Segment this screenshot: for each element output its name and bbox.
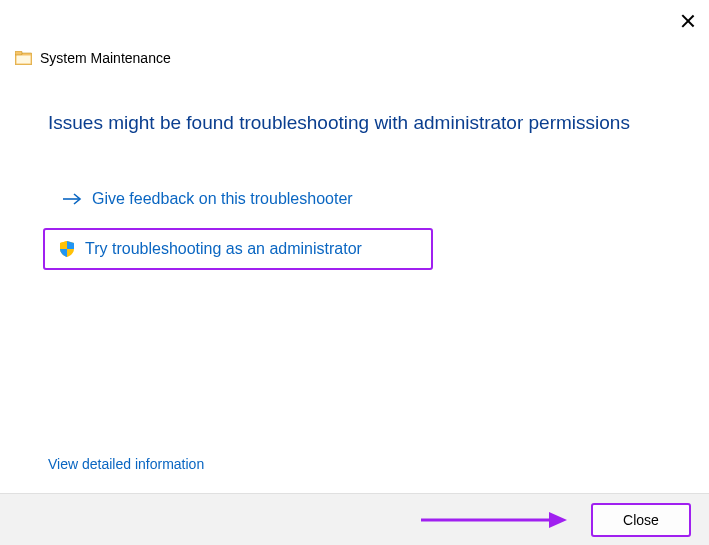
view-detailed-link[interactable]: View detailed information: [48, 456, 204, 472]
dialog-footer: Close: [0, 493, 709, 545]
dialog-header: System Maintenance: [15, 50, 171, 66]
close-button[interactable]: Close: [591, 503, 691, 537]
svg-marker-5: [549, 512, 567, 528]
admin-troubleshoot-link[interactable]: Try troubleshooting as an administrator: [43, 228, 433, 270]
svg-rect-1: [15, 51, 22, 55]
arrow-right-icon: [62, 192, 82, 206]
annotation-arrow-icon: [419, 510, 569, 530]
maintenance-folder-icon: [15, 51, 32, 65]
shield-icon: [59, 241, 75, 257]
admin-link-text: Try troubleshooting as an administrator: [85, 240, 362, 258]
svg-rect-2: [17, 56, 31, 64]
dialog-title: System Maintenance: [40, 50, 171, 66]
main-heading: Issues might be found troubleshooting wi…: [48, 112, 630, 134]
feedback-link[interactable]: Give feedback on this troubleshooter: [60, 190, 353, 208]
feedback-link-text: Give feedback on this troubleshooter: [92, 190, 353, 208]
window-close-icon[interactable]: [681, 14, 695, 28]
